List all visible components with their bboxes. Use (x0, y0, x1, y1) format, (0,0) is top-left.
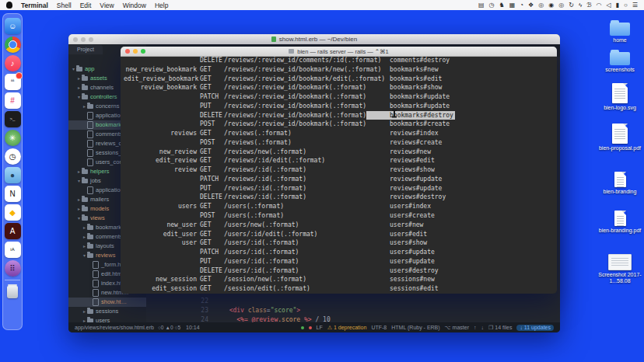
route-row: new_review_bookmarkGET/reviews/:review_i… (121, 65, 557, 75)
dock-sketch[interactable]: ◆ (5, 204, 21, 221)
onepassword-icon[interactable]: ♞ (499, 0, 505, 10)
disclosure-closed-icon[interactable]: ▸ (82, 242, 87, 251)
disclosure-closed-icon[interactable]: ▸ (82, 223, 87, 232)
minimize-button[interactable] (81, 37, 86, 42)
tree-item-label: assets (90, 74, 107, 83)
desktop-icon-bien-proposal-pdf[interactable]: bien-proposal.pdf (596, 124, 644, 151)
http-verb: GET (200, 238, 211, 248)
folder-icon (82, 197, 88, 202)
disclosure-closed-icon[interactable]: ▸ (76, 204, 82, 214)
disclosure-closed-icon[interactable]: ▸ (82, 232, 87, 242)
disclosure-closed-icon[interactable]: ▸ (82, 307, 87, 316)
close-button[interactable] (73, 37, 78, 42)
deprecation-warning[interactable]: ⚠ 1 deprecation (327, 325, 367, 331)
desktop-icon-screenshots-folder[interactable]: screenshots (596, 52, 644, 73)
bluetooth-icon[interactable]: ℬ (586, 0, 591, 10)
notification-center-icon[interactable]: ☰ (632, 0, 638, 10)
route-row: edit_review_bookmarkGET/reviews/:review_… (121, 75, 557, 84)
encoding[interactable]: UTF-8 (371, 325, 387, 330)
dock-notion[interactable]: N (5, 186, 21, 202)
dock: ☺♪❝#>_✳◷●N◆AiA⠿ (2, 13, 23, 330)
disclosure-closed-icon[interactable]: ▸ (82, 102, 87, 111)
status-circle-icon-2[interactable]: ◉ (548, 0, 554, 10)
disclosure-closed-icon[interactable]: ▸ (76, 167, 82, 176)
desktop-icon-bien-branding-pdf[interactable]: bien-branding.pdf (596, 211, 644, 234)
route-name: new_user (124, 221, 197, 230)
dock-terminal-app[interactable]: >_ (5, 111, 21, 127)
route-row: DELETE/reviews/:review_id/comments/:id(.… (121, 56, 557, 65)
route-path: /reviews/new(.:format) (224, 148, 306, 157)
disclosure-closed-icon[interactable]: ▸ (76, 83, 82, 92)
tree-item-showht[interactable]: show.ht… (68, 298, 146, 307)
disclosure-closed-icon[interactable]: ▸ (82, 316, 87, 322)
spotlight-icon[interactable]: ○ (624, 0, 628, 10)
http-verb: PATCH (200, 248, 219, 257)
menu-help[interactable]: Help (155, 2, 168, 9)
disclosure-open-icon[interactable]: ▾ (76, 92, 82, 102)
disclosure-closed-icon[interactable]: ▸ (76, 74, 82, 83)
menu-edit[interactable]: Edit (80, 2, 92, 9)
dock-finder[interactable]: ☺ (5, 18, 21, 34)
terminal-output[interactable]: DELETE/reviews/:review_id/comments/:id(.… (121, 56, 557, 294)
http-verb: POST (200, 211, 215, 221)
desktop-icon-screenshot-file[interactable]: Screenshot 2017-1...58.08 (596, 254, 644, 284)
pull-arrow[interactable]: ↓ (481, 325, 485, 330)
menu-shell[interactable]: Shell (57, 2, 72, 9)
disclosure-open-icon[interactable]: ▾ (76, 176, 82, 186)
sync-icon[interactable]: ↻ (569, 0, 574, 10)
dock-green-app[interactable]: ✳ (5, 130, 21, 146)
http-verb: PATCH (200, 92, 219, 102)
display-icon[interactable]: ▤ (478, 0, 485, 10)
volume-icon[interactable]: ◁ (606, 0, 611, 10)
status-circle-icon-3[interactable]: ◎ (558, 0, 564, 10)
dock-slack[interactable]: # (5, 92, 21, 109)
minimize-button[interactable] (133, 49, 138, 54)
menu-terminal[interactable]: Terminal (21, 2, 48, 9)
timer-icon[interactable]: ◷ (489, 0, 495, 10)
apple-icon[interactable] (6, 2, 12, 9)
dock-ia-writer[interactable]: iA (5, 242, 21, 258)
updates-badge[interactable]: ↓ 11 updates (516, 325, 554, 331)
clock-menu-icon[interactable]: ◔ (520, 0, 523, 10)
menu-view[interactable]: View (100, 2, 114, 9)
dropbox-icon[interactable]: ❖ (528, 0, 534, 10)
status-circle-icon-1[interactable]: ◎ (538, 0, 544, 10)
desktop-icon-bien-branding[interactable]: bien-branding (596, 172, 644, 195)
disclosure-open-icon[interactable]: ▾ (71, 64, 76, 74)
controller-action: users#edit (390, 230, 427, 239)
route-path: /users/:id(.:format) (224, 266, 299, 276)
disclosure-closed-icon[interactable]: ▸ (76, 195, 82, 204)
dock-clock-app[interactable]: ◷ (5, 148, 21, 165)
zoom-button[interactable] (141, 49, 145, 54)
dock-messages[interactable]: ❝ (5, 74, 21, 90)
dock-purple-app[interactable]: ⠿ (5, 260, 21, 277)
editor-titlebar[interactable]: show.html.erb — ~/Dev/bien (68, 34, 560, 45)
swatch-icon[interactable]: ▦ (509, 0, 516, 10)
dock-music[interactable]: ♪ (5, 55, 21, 71)
dock-tweetbot[interactable]: ● (5, 167, 21, 183)
close-button[interactable] (125, 49, 130, 54)
controller-action: bookmarks#new (390, 65, 439, 75)
grammar[interactable]: HTML (Ruby - ERB) (391, 325, 439, 330)
line-ending[interactable]: LF (317, 325, 323, 330)
zoom-button[interactable] (89, 37, 93, 42)
desktop-icon-home-folder[interactable]: home (596, 23, 644, 44)
diagnostic-circle-icon: ○5 (175, 325, 181, 330)
push-arrow[interactable]: ↑ (474, 325, 477, 330)
battery-icon[interactable]: ▮ (616, 0, 619, 10)
disclosure-open-icon[interactable]: ▾ (82, 251, 87, 260)
dock-acrobat[interactable]: A (5, 223, 21, 239)
dock-chrome[interactable] (5, 37, 21, 53)
project-tab[interactable]: Project (68, 45, 103, 54)
flash-icon[interactable]: ϟ (579, 0, 582, 10)
http-verb: DELETE (200, 56, 222, 65)
desktop-icon-bien-logo-svg[interactable]: bien-logo.svg (596, 83, 644, 111)
git-branch[interactable]: ⌥ master (445, 325, 469, 331)
route-name: new_review (124, 148, 197, 157)
disclosure-open-icon[interactable]: ▾ (76, 214, 82, 223)
tree-item-sessions[interactable]: ▸sessions (68, 307, 146, 316)
wifi-icon[interactable]: ◠ (596, 0, 601, 10)
tree-item-users[interactable]: ▸users (68, 316, 146, 322)
menu-window[interactable]: Window (123, 2, 146, 9)
dock-trash[interactable] (5, 284, 21, 301)
